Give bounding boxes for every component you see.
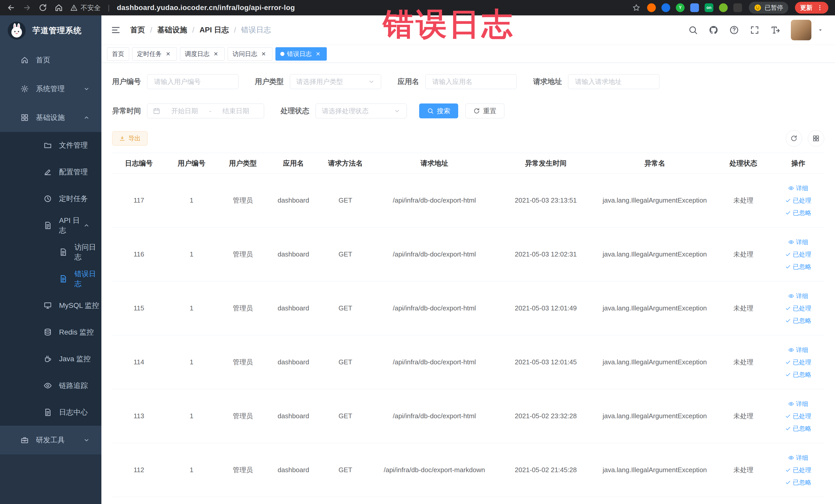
close-tab-icon[interactable]: ×: [260, 50, 267, 58]
action-detail-link[interactable]: 详细: [774, 182, 822, 194]
sidebar: 芋道管理系统 首页系统管理基础设施文件管理配置管理定时任务API 日志访问日志错…: [0, 15, 101, 504]
action-detail-link[interactable]: 详细: [774, 344, 822, 356]
github-icon[interactable]: [709, 25, 718, 35]
exception-time-range-picker[interactable]: 开始日期 - 结束日期: [147, 103, 264, 118]
tab-访问日志[interactable]: 访问日志×: [228, 47, 272, 61]
tab-首页[interactable]: 首页: [107, 47, 129, 61]
app-name-input[interactable]: [425, 74, 517, 89]
action-detail-link[interactable]: 详细: [774, 451, 822, 464]
action-ignored-link[interactable]: 已忽略: [774, 476, 822, 489]
sidebar-item-Redis 监控[interactable]: Redis 监控: [0, 319, 101, 346]
browser-back-icon[interactable]: [7, 3, 15, 12]
breadcrumb-item[interactable]: API 日志: [200, 25, 229, 35]
main-panel: 首页/基础设施/API 日志/错误日志 首页定时任务×调度日志×访问日志×错误日…: [101, 15, 835, 504]
address-bar-url[interactable]: dashboard.yudao.iocoder.cn/infra/log/api…: [117, 4, 295, 12]
process-status-select[interactable]: 请选择处理状态: [315, 103, 407, 118]
action-processed-link[interactable]: 已处理: [774, 410, 822, 422]
extension-blue-grid-icon[interactable]: [690, 3, 699, 12]
font-size-icon[interactable]: [770, 25, 780, 35]
user-type-select[interactable]: 请选择用户类型: [290, 74, 381, 89]
tab-错误日志[interactable]: 错误日志×: [276, 47, 327, 61]
browser-forward-icon[interactable]: [23, 3, 31, 12]
action-processed-link[interactable]: 已处理: [774, 194, 822, 207]
eye-icon: [44, 382, 52, 390]
close-tab-icon[interactable]: ×: [212, 50, 220, 58]
cell-method: GET: [319, 335, 372, 389]
extension-green-circle-icon[interactable]: Y: [676, 3, 685, 12]
sidebar-item-首页[interactable]: 首页: [0, 46, 101, 75]
action-label: 已忽略: [793, 368, 811, 381]
action-detail-link[interactable]: 详细: [774, 290, 822, 302]
avatar-caret-icon[interactable]: [817, 27, 823, 33]
action-processed-link[interactable]: 已处理: [774, 302, 822, 315]
column-settings-button[interactable]: [808, 130, 824, 147]
sidebar-item-链路追踪[interactable]: 链路追踪: [0, 372, 101, 399]
user-avatar[interactable]: [791, 20, 811, 40]
menu-item-label: 定时任务: [59, 194, 88, 204]
action-detail-link[interactable]: 详细: [774, 236, 822, 248]
request-url-input[interactable]: [568, 74, 659, 89]
sidebar-item-MySQL 监控[interactable]: MySQL 监控: [0, 292, 101, 319]
action-label: 详细: [796, 236, 808, 248]
tab-调度日志[interactable]: 调度日志×: [180, 47, 225, 61]
action-ignored-link[interactable]: 已忽略: [774, 315, 822, 327]
action-processed-link[interactable]: 已处理: [774, 356, 822, 368]
sidebar-item-定时任务[interactable]: 定时任务: [0, 185, 101, 212]
sidebar-item-系统管理[interactable]: 系统管理: [0, 75, 101, 103]
close-tab-icon[interactable]: ×: [164, 50, 172, 58]
filter-exception-time: 异常时间 开始日期 - 结束日期: [112, 103, 264, 118]
eye-icon: [788, 455, 794, 461]
breadcrumb-item[interactable]: 基础设施: [157, 25, 187, 35]
sidebar-item-访问日志[interactable]: 访问日志: [0, 239, 101, 265]
hamburger-icon[interactable]: [110, 25, 121, 35]
extension-dark-puzzle-icon[interactable]: [733, 3, 742, 12]
sidebar-logo[interactable]: 芋道管理系统: [0, 15, 101, 46]
check-icon: [785, 480, 791, 485]
sidebar-item-错误日志[interactable]: 错误日志: [0, 265, 101, 292]
browser-reload-icon[interactable]: [39, 3, 47, 12]
java-icon: [44, 355, 52, 363]
extension-orange-circle-icon[interactable]: [647, 3, 656, 12]
tab-定时任务[interactable]: 定时任务×: [132, 47, 177, 61]
export-button[interactable]: 导出: [112, 131, 148, 146]
extensions-strip: Yon: [647, 3, 742, 12]
sidebar-item-日志中心[interactable]: 日志中心: [0, 399, 101, 426]
close-tab-icon[interactable]: ×: [314, 50, 322, 58]
cell-user_id: 1: [166, 389, 218, 443]
cell-time: 2021-05-02 21:45:28: [497, 443, 595, 497]
refresh-table-button[interactable]: [786, 130, 802, 147]
action-detail-link[interactable]: 详细: [774, 398, 822, 410]
action-processed-link[interactable]: 已处理: [774, 464, 822, 476]
sidebar-item-研发工具[interactable]: 研发工具: [0, 426, 101, 455]
breadcrumb-item[interactable]: 首页: [130, 25, 145, 35]
cell-actions: 详细已处理已忽略: [772, 174, 824, 227]
security-indicator[interactable]: 不安全: [70, 3, 101, 12]
bookmark-star-icon[interactable]: [632, 4, 640, 12]
action-ignored-link[interactable]: 已忽略: [774, 261, 822, 273]
fullscreen-icon[interactable]: [750, 25, 759, 35]
update-button[interactable]: 更新: [795, 2, 828, 14]
sidebar-item-文件管理[interactable]: 文件管理: [0, 132, 101, 159]
action-ignored-link[interactable]: 已忽略: [774, 368, 822, 381]
sidebar-item-API 日志[interactable]: API 日志: [0, 212, 101, 239]
browser-home-icon[interactable]: [55, 3, 63, 12]
extension-green-leaf-icon[interactable]: [719, 3, 728, 12]
sidebar-item-配置管理[interactable]: 配置管理: [0, 159, 101, 185]
action-processed-link[interactable]: 已处理: [774, 248, 822, 261]
menu-item-label: 访问日志: [75, 242, 101, 262]
action-ignored-link[interactable]: 已忽略: [774, 422, 822, 435]
reset-button[interactable]: 重置: [465, 103, 504, 118]
header-search-icon[interactable]: [688, 25, 698, 35]
extension-blue-circle-icon[interactable]: [661, 3, 670, 12]
search-button[interactable]: 搜索: [419, 103, 458, 118]
sidebar-item-基础设施[interactable]: 基础设施: [0, 103, 101, 132]
action-ignored-link[interactable]: 已忽略: [774, 207, 822, 219]
action-label: 详细: [796, 451, 808, 464]
extension-green-on-icon[interactable]: on: [705, 3, 713, 12]
docs-help-icon[interactable]: [729, 25, 739, 35]
sidebar-menu: 首页系统管理基础设施文件管理配置管理定时任务API 日志访问日志错误日志MySQ…: [0, 46, 101, 455]
paused-pill-button[interactable]: 已暂停: [749, 2, 788, 14]
user-id-input[interactable]: [147, 74, 239, 89]
check-icon: [785, 210, 791, 216]
sidebar-item-Java 监控[interactable]: Java 监控: [0, 346, 101, 372]
